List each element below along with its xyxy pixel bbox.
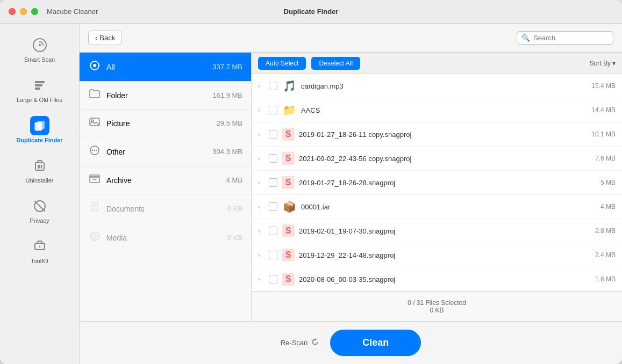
- back-button[interactable]: ‹ Back: [88, 31, 122, 45]
- table-row[interactable]: › S 2021-09-02_22-43-56 copy.snagproj 7.…: [252, 147, 622, 171]
- file-checkbox[interactable]: [269, 178, 277, 187]
- row-chevron-icon[interactable]: ›: [258, 252, 264, 258]
- search-box: 🔍: [517, 31, 613, 45]
- row-chevron-icon[interactable]: ›: [258, 155, 264, 162]
- svg-point-32: [93, 235, 96, 238]
- search-icon: 🔍: [521, 34, 530, 42]
- auto-select-button[interactable]: Auto Select: [258, 57, 306, 70]
- table-row[interactable]: › 📦 00001.iar 4 MB: [252, 195, 622, 219]
- file-checkbox[interactable]: [269, 202, 277, 211]
- row-chevron-icon[interactable]: ›: [258, 131, 264, 137]
- sidebar-item-large-old-files[interactable]: Large & Old Files: [0, 70, 79, 108]
- category-folder[interactable]: Folder 161.9 MB: [80, 82, 251, 110]
- sidebar-item-smart-scan[interactable]: Smart Scan: [0, 30, 79, 68]
- file-name: 2019-01-27_18-26-11 copy.snagproj: [299, 130, 587, 139]
- large-old-files-icon: [30, 76, 49, 95]
- folder-icon: [88, 89, 101, 101]
- close-button[interactable]: [9, 8, 16, 15]
- category-media-size: 0 KB: [227, 234, 242, 242]
- app-name: Macube Cleaner: [47, 8, 98, 16]
- table-row[interactable]: › 🎵 cardigan.mp3 15.4 MB: [252, 74, 622, 98]
- file-size: 14.4 MB: [591, 106, 616, 114]
- svg-point-17: [93, 64, 96, 67]
- privacy-icon: [30, 196, 49, 216]
- svg-rect-6: [38, 121, 45, 129]
- file-name: 2020-08-06_00-03-35.snagproj: [299, 275, 591, 283]
- category-picture[interactable]: Picture 29.5 MB: [80, 110, 251, 137]
- svg-point-33: [94, 232, 95, 234]
- table-row[interactable]: › 📁 AACS 14.4 MB: [252, 98, 622, 122]
- category-folder-size: 161.9 MB: [212, 91, 242, 99]
- row-chevron-icon[interactable]: ›: [258, 228, 264, 234]
- file-checkbox[interactable]: [269, 251, 277, 259]
- category-archive[interactable]: Archive 4 MB: [80, 166, 251, 194]
- minimize-button[interactable]: [20, 8, 27, 15]
- all-icon: [88, 60, 101, 74]
- bottom-bar: Re-Scan Clean: [80, 321, 622, 364]
- svg-rect-2: [35, 81, 45, 83]
- deselect-all-button[interactable]: Deselect All: [311, 57, 360, 70]
- svg-point-22: [94, 150, 95, 151]
- sidebar: Smart Scan Large & Old Files: [0, 24, 80, 364]
- table-row[interactable]: › S 2019-02-01_19-07-30.snagproj 2.8 MB: [252, 219, 622, 243]
- category-other[interactable]: Other 304.3 MB: [80, 137, 251, 166]
- right-panel: ‹ Back 🔍: [80, 24, 622, 364]
- snag-file-icon: S: [282, 224, 295, 237]
- documents-icon: [88, 202, 101, 215]
- file-name: 2019-12-29_22-14-48.snagproj: [299, 251, 591, 259]
- row-chevron-icon[interactable]: ›: [258, 276, 264, 282]
- file-name: 00001.iar: [301, 203, 596, 211]
- sidebar-item-duplicate-finder[interactable]: Duplicate Finder: [0, 111, 79, 149]
- category-list: All 337.7 MB Folder 161.9 MB: [80, 53, 252, 321]
- sidebar-item-label-uninstaller: Uninstaller: [26, 177, 54, 184]
- window-title: Duplicate Finder: [284, 8, 339, 16]
- file-size: 7.6 MB: [595, 155, 616, 162]
- file-checkbox[interactable]: [269, 275, 277, 283]
- row-chevron-icon[interactable]: ›: [258, 107, 264, 113]
- table-row[interactable]: › S 2019-12-29_22-14-48.snagproj 2.4 MB: [252, 243, 622, 267]
- file-checkbox[interactable]: [269, 106, 277, 114]
- snag-file-icon: S: [282, 128, 295, 141]
- category-all-size: 337.7 MB: [212, 63, 242, 71]
- top-bar: ‹ Back 🔍: [80, 24, 622, 53]
- category-other-name: Other: [106, 148, 207, 156]
- svg-point-36: [97, 236, 98, 237]
- file-checkbox[interactable]: [269, 130, 277, 139]
- category-media-name: Media: [106, 234, 222, 242]
- sidebar-item-toolkit[interactable]: ToolKit: [0, 231, 79, 270]
- svg-point-34: [94, 239, 95, 240]
- table-row[interactable]: › S 2019-01-27_18-26-28.snagproj 5 MB: [252, 171, 622, 195]
- sidebar-item-privacy[interactable]: Privacy: [0, 191, 79, 229]
- sidebar-item-label-large-old-files: Large & Old Files: [17, 97, 62, 103]
- file-checkbox[interactable]: [269, 82, 277, 90]
- table-row[interactable]: › S 2020-08-06_00-03-35.snagproj 1.6 MB: [252, 267, 622, 292]
- selected-size-label: 0 KB: [430, 307, 444, 314]
- file-size: 2.4 MB: [595, 251, 616, 259]
- file-checkbox[interactable]: [269, 227, 277, 235]
- rescan-button[interactable]: Re-Scan: [281, 338, 320, 348]
- clean-button[interactable]: Clean: [330, 330, 421, 356]
- row-chevron-icon[interactable]: ›: [258, 179, 264, 186]
- rescan-label: Re-Scan: [281, 339, 308, 347]
- category-folder-name: Folder: [106, 91, 207, 100]
- search-input[interactable]: [533, 34, 609, 42]
- category-media: Media 0 KB: [80, 223, 251, 252]
- row-chevron-icon[interactable]: ›: [258, 203, 264, 210]
- picture-icon: [88, 117, 101, 129]
- audio-file-icon: 🎵: [282, 79, 297, 92]
- file-size: 2.8 MB: [595, 227, 616, 235]
- row-chevron-icon[interactable]: ›: [258, 83, 264, 89]
- file-list: › 🎵 cardigan.mp3 15.4 MB › 📁 AACS: [252, 74, 622, 292]
- category-documents-size: 0 KB: [227, 205, 242, 213]
- snag-file-icon: S: [282, 152, 295, 165]
- file-checkbox[interactable]: [269, 154, 277, 163]
- sort-by-button[interactable]: Sort By ▾: [590, 60, 616, 67]
- table-row[interactable]: › S 2019-01-27_18-26-11 copy.snagproj 10…: [252, 122, 622, 147]
- category-archive-size: 4 MB: [226, 176, 242, 184]
- category-all[interactable]: All 337.7 MB: [80, 53, 251, 82]
- maximize-button[interactable]: [31, 8, 38, 15]
- svg-rect-30: [93, 208, 95, 209]
- back-label: Back: [99, 34, 115, 42]
- sort-by-chevron-icon: ▾: [612, 60, 616, 67]
- sidebar-item-uninstaller[interactable]: Uninstaller: [0, 151, 79, 189]
